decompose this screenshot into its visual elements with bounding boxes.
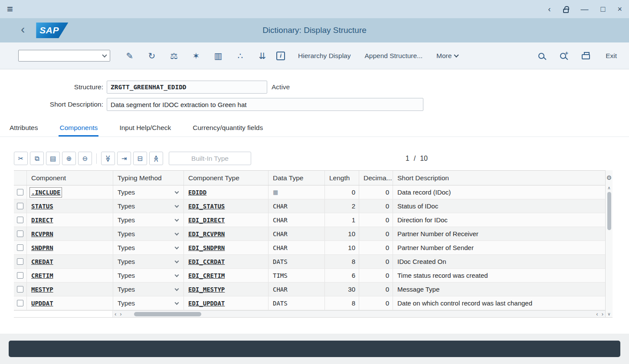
typing-method-dropdown[interactable]: Types [113, 227, 184, 240]
vertical-scrollbar[interactable]: ⚙ ∧ ∨ [605, 170, 613, 317]
component-type-link[interactable]: EDI_RCVPRN [188, 231, 225, 237]
scroll-left-icon[interactable]: ‹ [113, 311, 118, 317]
component-link[interactable]: .INCLUDE [31, 189, 60, 196]
scroll-left-icon[interactable]: ‹ [594, 311, 600, 317]
row-checkbox[interactable] [17, 231, 23, 237]
minimize-button[interactable]: — [581, 5, 589, 13]
activate-icon[interactable]: ✶ [188, 48, 204, 64]
maximize-button[interactable]: □ [601, 5, 606, 13]
tab-item[interactable]: Currency/quantity fields [192, 121, 264, 136]
horizontal-scrollbar[interactable]: ‹ › ‹ › [14, 310, 605, 317]
column-decimals[interactable]: Decima... [359, 171, 393, 185]
exit-button[interactable]: Exit [606, 52, 617, 60]
tab-item[interactable]: Components [59, 121, 98, 136]
scroll-right-icon[interactable]: › [118, 311, 123, 317]
close-button[interactable]: × [617, 5, 622, 13]
tab-item[interactable]: Input Help/Check [118, 121, 172, 136]
hscroll-track[interactable] [124, 311, 595, 317]
add-row-icon[interactable]: ⊕ [62, 152, 76, 165]
more-button[interactable]: More [436, 52, 458, 60]
component-link[interactable]: RCVPRN [31, 231, 53, 237]
component-type-link[interactable]: EDI_CCRDAT [188, 258, 225, 265]
append-structure-button[interactable]: Append Structure... [364, 52, 423, 60]
component-type-link[interactable]: EDI_DIRECT [188, 217, 225, 224]
hierarchy-icon[interactable]: ∴ [232, 48, 249, 64]
print-icon[interactable] [582, 54, 590, 59]
sort-icon[interactable]: ⇊ [254, 48, 271, 64]
row-checkbox[interactable] [17, 217, 23, 223]
row-checkbox[interactable] [17, 244, 23, 251]
remove-row-icon[interactable]: ⊖ [78, 152, 92, 165]
delete-line-icon[interactable]: ⊟ [133, 152, 147, 165]
component-link[interactable]: STATUS [31, 203, 53, 210]
component-link[interactable]: CRETIM [31, 272, 53, 279]
typing-method-dropdown[interactable]: Types [113, 213, 184, 227]
collapse-all-icon[interactable]: ≪ [149, 152, 163, 165]
typing-method-dropdown[interactable]: Types [113, 241, 184, 254]
insert-line-icon[interactable]: ⇥ [117, 152, 131, 165]
component-link[interactable]: CREDAT [31, 258, 53, 265]
column-component-type[interactable]: Component Type [184, 171, 269, 185]
scroll-up-icon[interactable]: ∧ [607, 185, 610, 191]
component-type-link[interactable]: EDI_UPDDAT [188, 300, 225, 307]
component-type-link[interactable]: EDI_CRETIM [188, 272, 225, 279]
search-icon[interactable] [538, 53, 544, 59]
scroll-down-icon[interactable]: ∨ [607, 311, 610, 317]
sap-logo: SAP [36, 23, 68, 38]
vscroll-thumb[interactable] [607, 192, 611, 230]
lock-icon[interactable] [563, 9, 569, 13]
refresh-icon[interactable]: ↻ [144, 48, 160, 64]
component-type-link[interactable]: EDI_STATUS [188, 203, 225, 210]
decimals-value: 0 [386, 244, 389, 251]
menu-icon[interactable]: ≡ [7, 4, 13, 14]
tab-item[interactable]: Attributes [9, 121, 39, 136]
typing-method-dropdown[interactable]: Types [113, 255, 184, 268]
search-plus-icon[interactable]: + [560, 53, 566, 59]
typing-method-dropdown[interactable]: Types [113, 283, 184, 296]
hierarchy-display-button[interactable]: Hierarchy Display [298, 52, 351, 60]
hscroll-thumb[interactable] [134, 312, 201, 316]
component-type-link[interactable]: EDI_MESTYP [188, 286, 225, 293]
info-icon[interactable]: i [276, 52, 285, 60]
row-checkbox[interactable] [17, 272, 23, 279]
typing-method-dropdown[interactable]: Types [113, 185, 184, 199]
display-change-icon[interactable]: ✎ [121, 48, 138, 64]
component-link[interactable]: DIRECT [31, 217, 53, 224]
component-type-link[interactable]: EDI_SNDPRN [188, 244, 225, 251]
structure-field[interactable]: ZRGTT_GREENHAT_EDIDD [107, 81, 267, 94]
column-length[interactable]: Length [325, 171, 359, 185]
typing-method-dropdown[interactable]: Types [113, 269, 184, 282]
scroll-right-icon[interactable]: › [600, 311, 605, 317]
row-checkbox[interactable] [17, 203, 23, 209]
copy-icon[interactable]: ⧉ [30, 152, 44, 165]
component-link[interactable]: SNDPRN [31, 244, 53, 251]
command-input[interactable] [19, 50, 103, 61]
component-link[interactable]: MESTYP [31, 286, 53, 293]
column-typing-method[interactable]: Typing Method [113, 171, 184, 185]
row-checkbox[interactable] [17, 258, 23, 265]
column-short-description[interactable]: Short Description [393, 171, 605, 185]
compare-icon[interactable]: ⚖ [166, 48, 182, 64]
component-type-link[interactable]: EDIDD [188, 189, 206, 196]
paste-icon[interactable]: ▤ [46, 152, 60, 165]
back-button[interactable]: ‹ [21, 23, 25, 36]
cut-icon[interactable]: ✂ [14, 152, 28, 165]
check-icon[interactable]: ▥ [210, 48, 226, 64]
expand-all-icon[interactable]: ≫ [101, 152, 115, 165]
footer-area [0, 334, 629, 364]
page-current[interactable]: 1 [406, 155, 410, 162]
built-in-type-button[interactable]: Built-In Type [169, 152, 251, 165]
command-field[interactable] [18, 50, 110, 62]
column-component[interactable]: Component [27, 171, 113, 185]
typing-method-dropdown[interactable]: Types [113, 296, 184, 310]
titlebar-back-icon[interactable]: ‹ [548, 5, 551, 13]
short-description-value: Message Type [397, 286, 439, 293]
column-data-type[interactable]: Data Type [269, 171, 325, 185]
row-checkbox[interactable] [17, 300, 23, 306]
table-settings-icon[interactable]: ⚙ [606, 170, 612, 185]
component-link[interactable]: UPDDAT [31, 300, 53, 307]
row-checkbox[interactable] [17, 286, 23, 292]
row-checkbox[interactable] [17, 189, 23, 195]
short-description-field[interactable]: Data segment for IDOC extraction to Gree… [107, 98, 423, 111]
typing-method-dropdown[interactable]: Types [113, 199, 184, 213]
